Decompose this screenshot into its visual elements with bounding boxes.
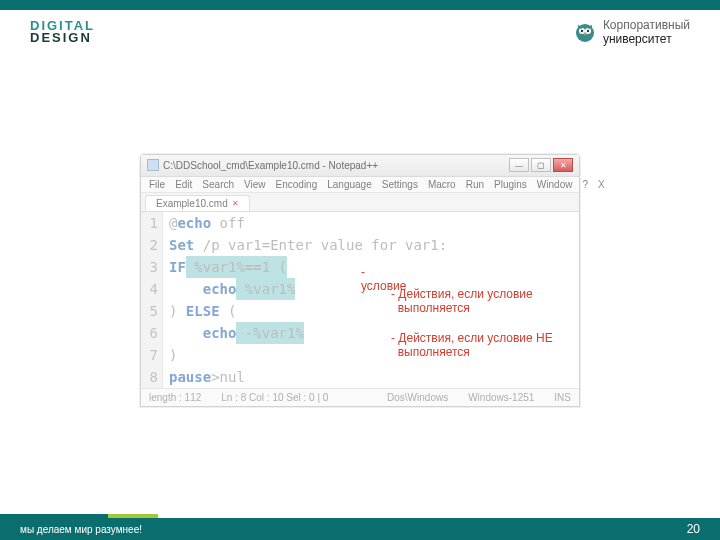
line-number: 5 [141,300,163,322]
code-line[interactable]: @echo off [163,212,579,234]
window-titlebar[interactable]: C:\DDSchool_cmd\Example10.cmd - Notepad+… [141,155,579,177]
line-number: 6 [141,322,163,344]
status-length: length : 112 [149,392,201,403]
code-line[interactable]: Set /p var1=Enter value for var1: [163,234,579,256]
status-ins: INS [554,392,571,403]
menu-plugins[interactable]: Plugins [494,179,527,190]
status-bar: length : 112 Ln : 8 Col : 10 Sel : 0 | 0… [141,388,579,406]
footer-tagline: мы делаем мир разумнее! [20,524,142,535]
slide-footer: мы делаем мир разумнее! 20 [0,518,720,540]
app-icon [147,159,159,171]
code-line[interactable]: pause>nul [163,366,579,388]
menu-bar: File Edit Search View Encoding Language … [141,177,579,193]
menu-encoding[interactable]: Encoding [276,179,318,190]
minimize-button[interactable]: — [509,158,529,172]
logo-line2: DESIGN [30,32,95,44]
status-pos: Ln : 8 Col : 10 Sel : 0 | 0 [221,392,328,403]
menu-settings[interactable]: Settings [382,179,418,190]
menu-window[interactable]: Window [537,179,573,190]
top-stripe [0,0,720,10]
line-number: 3 [141,256,163,278]
line-number: 8 [141,366,163,388]
status-eol: Dos\Windows [387,392,448,403]
tab-close-icon[interactable]: ✕ [232,199,239,208]
tab-strip: Example10.cmd ✕ [141,193,579,212]
tab-example10[interactable]: Example10.cmd ✕ [145,195,250,211]
menu-run[interactable]: Run [466,179,484,190]
menu-edit[interactable]: Edit [175,179,192,190]
line-number: 7 [141,344,163,366]
window-buttons: — ▢ ✕ [509,158,573,172]
corp-line2: университет [603,32,690,46]
line-number: 4 [141,278,163,300]
svg-point-4 [587,30,589,32]
logo-digital-design: DIGITAL DESIGN [30,20,95,43]
menu-help[interactable]: ? [582,179,588,190]
menu-close-x[interactable]: X [598,179,605,190]
tab-label: Example10.cmd [156,198,228,209]
corp-line1: Корпоративный [603,18,690,32]
maximize-button[interactable]: ▢ [531,158,551,172]
owl-icon [573,20,597,44]
window-title: C:\DDSchool_cmd\Example10.cmd - Notepad+… [163,160,378,171]
menu-view[interactable]: View [244,179,266,190]
callout-then: - Действия, если условие выполняется [391,287,533,316]
slide-body: C:\DDSchool_cmd\Example10.cmd - Notepad+… [0,50,720,510]
page-number: 20 [687,522,700,536]
menu-language[interactable]: Language [327,179,372,190]
line-number: 2 [141,234,163,256]
callout-else: - Действия, если условие НЕ выполняется [391,331,553,360]
notepadpp-window: C:\DDSchool_cmd\Example10.cmd - Notepad+… [140,154,580,407]
line-number: 1 [141,212,163,234]
status-enc: Windows-1251 [468,392,534,403]
menu-file[interactable]: File [149,179,165,190]
logo-corp-university: Корпоративный университет [573,18,690,46]
menu-search[interactable]: Search [202,179,234,190]
menu-macro[interactable]: Macro [428,179,456,190]
slide-header: DIGITAL DESIGN Корпоративный университет [0,10,720,46]
close-button[interactable]: ✕ [553,158,573,172]
svg-point-3 [581,30,583,32]
